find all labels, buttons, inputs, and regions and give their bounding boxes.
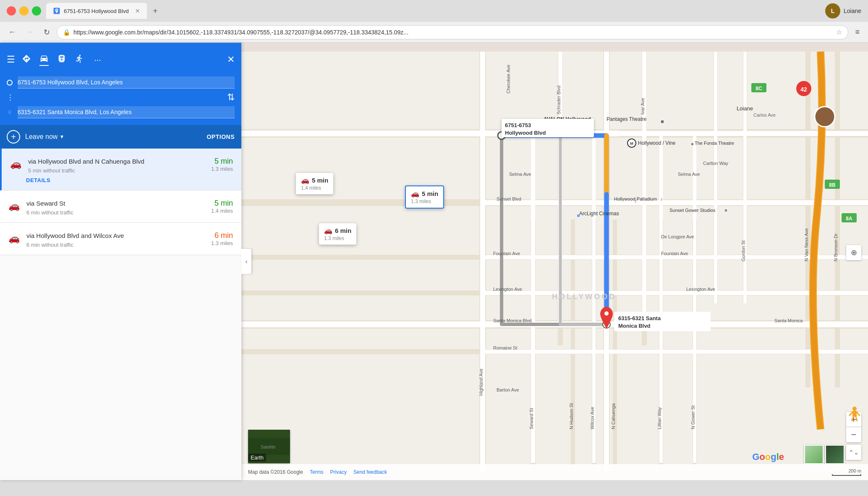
route-traffic-1: 5 min without traffic <box>28 167 204 174</box>
transport-modes: ··· <box>22 54 101 66</box>
svg-text:N Cahuenga: N Cahuenga <box>611 403 616 429</box>
svg-text:Carlton Way: Carlton Way <box>703 161 729 166</box>
svg-text:Lexington Ave: Lexington Ave <box>686 287 715 292</box>
dropdown-arrow-icon: ▼ <box>59 134 64 140</box>
tab-close-btn[interactable]: ✕ <box>135 8 140 14</box>
zoom-out-btn[interactable]: − <box>846 427 861 442</box>
walking-transport-btn[interactable] <box>75 54 84 65</box>
route-item[interactable]: 🚗 via Hollywood Blvd and N Cahuenga Blvd… <box>0 149 241 191</box>
forward-btn[interactable]: → <box>23 26 37 38</box>
svg-text:Ivar Ave: Ivar Ave <box>640 98 645 115</box>
svg-text:Carlos Ave: Carlos Ave <box>753 112 776 117</box>
address-bar[interactable]: 🔒 https://www.google.com.br/maps/dir/34.… <box>57 25 848 39</box>
collapse-sidebar-btn[interactable]: ‹ <box>241 249 251 274</box>
route-item-main-2: 🚗 via Seward St 6 min without traffic 5 … <box>8 199 233 216</box>
svg-text:Barton Ave: Barton Ave <box>497 387 519 392</box>
destination-input[interactable] <box>18 106 235 118</box>
swap-routes-btn[interactable]: ⇅ <box>227 92 235 103</box>
refresh-btn[interactable]: ↻ <box>40 26 53 39</box>
svg-text:N Hudson St: N Hudson St <box>569 403 574 429</box>
separator-dot-1 <box>10 94 11 96</box>
destination-pin-icon <box>7 110 13 115</box>
route-bubble-2[interactable]: 🚗 5 min 1.3 miles <box>405 185 444 209</box>
sidebar: ☰ <box>0 43 241 480</box>
directions-icon-btn[interactable] <box>22 54 31 65</box>
route-bubble-1[interactable]: 🚗 5 min 1.4 miles <box>296 173 333 194</box>
more-transport-btn[interactable]: ··· <box>94 55 101 65</box>
send-feedback-link[interactable]: Send feedback <box>353 469 387 475</box>
browser-tab[interactable]: 6751-6753 Hollywood Blvd ✕ <box>46 3 147 19</box>
close-sidebar-btn[interactable]: ✕ <box>227 54 235 65</box>
svg-text:N Gower St: N Gower St <box>690 405 695 429</box>
route-name-2: via Seward St <box>26 199 204 208</box>
route-traffic-3: 6 min without traffic <box>26 242 204 248</box>
route-separator: ⇅ <box>7 92 235 103</box>
hamburger-menu-btn[interactable]: ☰ <box>7 54 15 65</box>
terrain-layer-btn[interactable] <box>804 445 824 464</box>
pegman[interactable] <box>848 406 861 423</box>
svg-text:Hollywood Palladium: Hollywood Palladium <box>614 196 657 201</box>
maximize-window-btn[interactable] <box>32 6 41 16</box>
svg-text:Santa Monica: Santa Monica <box>774 318 803 323</box>
browser-frame: 6751-6753 Hollywood Blvd ✕ + L Loiane ← … <box>0 0 868 43</box>
svg-text:Selma Ave: Selma Ave <box>509 172 531 177</box>
svg-text:♪: ♪ <box>660 196 663 201</box>
separator-dot-2 <box>10 97 11 98</box>
location-btn[interactable]: ⊕ <box>846 245 861 260</box>
svg-text:6751-6753: 6751-6753 <box>505 122 531 128</box>
map-area[interactable]: 8C 8B 8A 42 Yucca St Sunset Blvd Fountai… <box>241 43 868 480</box>
svg-text:Satellite: Satellite <box>261 445 276 449</box>
svg-text:Wilcox Ave: Wilcox Ave <box>590 407 595 429</box>
new-tab-btn[interactable]: + <box>149 5 162 18</box>
svg-rect-89 <box>577 214 580 217</box>
svg-text:N Bronson Dr: N Bronson Dr <box>833 233 838 261</box>
route-name-1: via Hollywood Blvd and N Cahuenga Blvd <box>28 157 204 166</box>
tab-title: 6751-6753 Hollywood Blvd <box>64 8 132 14</box>
map-footer: Map data ©2016 Google Terms Privacy Send… <box>241 464 868 480</box>
transit-transport-btn[interactable] <box>57 54 66 65</box>
car-icon-1: 🚗 <box>10 159 21 170</box>
privacy-link[interactable]: Privacy <box>330 469 347 475</box>
bubble-car-icon-1: 🚗 <box>301 176 309 184</box>
google-logo: Google <box>752 452 784 462</box>
svg-text:Highland Ave: Highland Ave <box>478 368 484 396</box>
layer-controls <box>804 445 844 464</box>
car-transport-btn[interactable] <box>39 54 49 66</box>
options-btn[interactable]: OPTIONS <box>207 133 235 140</box>
url-text: https://www.google.com.br/maps/dir/34.10… <box>73 29 833 36</box>
tilt-btn[interactable]: ⌃⌄ <box>846 445 861 460</box>
add-stop-btn[interactable]: + <box>7 130 20 144</box>
leave-now-btn[interactable]: Leave now ▼ <box>25 133 64 141</box>
car-icon-3: 🚗 <box>8 233 20 244</box>
bubble-time-1: 5 min <box>312 177 328 184</box>
bookmark-icon[interactable]: ☆ <box>836 28 842 36</box>
svg-text:Fountain Ave: Fountain Ave <box>493 251 520 256</box>
back-btn[interactable]: ← <box>5 26 19 38</box>
satellite-layer-btn[interactable] <box>825 445 844 464</box>
tilt-control: ⌃⌄ <box>846 445 861 460</box>
earth-label: Earth <box>248 454 266 462</box>
svg-point-108 <box>852 407 857 411</box>
terms-link[interactable]: Terms <box>310 469 324 475</box>
svg-text:ArcLight Cinemas: ArcLight Cinemas <box>579 211 619 217</box>
svg-line-110 <box>850 412 852 415</box>
sidebar-header: ☰ <box>0 43 241 76</box>
route-time-dist-3: 6 min 1.3 miles <box>211 231 233 246</box>
car-icon-2: 🚗 <box>8 201 20 211</box>
minimize-window-btn[interactable] <box>19 6 29 16</box>
route-bubble-3[interactable]: 🚗 6 min 1.3 miles <box>319 223 356 245</box>
svg-text:Hollywood / Vine: Hollywood / Vine <box>638 140 675 146</box>
close-window-btn[interactable] <box>7 6 16 16</box>
lock-icon: 🔒 <box>63 29 70 36</box>
route-item-2[interactable]: 🚗 via Seward St 6 min without traffic 5 … <box>0 191 241 223</box>
route-item-3[interactable]: 🚗 via Hollywood Blvd and Wilcox Ave 6 mi… <box>0 223 241 255</box>
svg-text:8C: 8C <box>756 86 762 91</box>
route-inputs: ⇅ <box>0 76 241 125</box>
svg-line-113 <box>856 417 857 421</box>
origin-input[interactable] <box>18 76 235 89</box>
browser-menu-icon[interactable]: ≡ <box>852 26 863 38</box>
details-link[interactable]: DETAILS <box>26 177 233 183</box>
svg-text:Sunset Blvd: Sunset Blvd <box>497 196 521 201</box>
origin-row <box>7 76 235 89</box>
scale-text: 200 m <box>848 468 861 473</box>
